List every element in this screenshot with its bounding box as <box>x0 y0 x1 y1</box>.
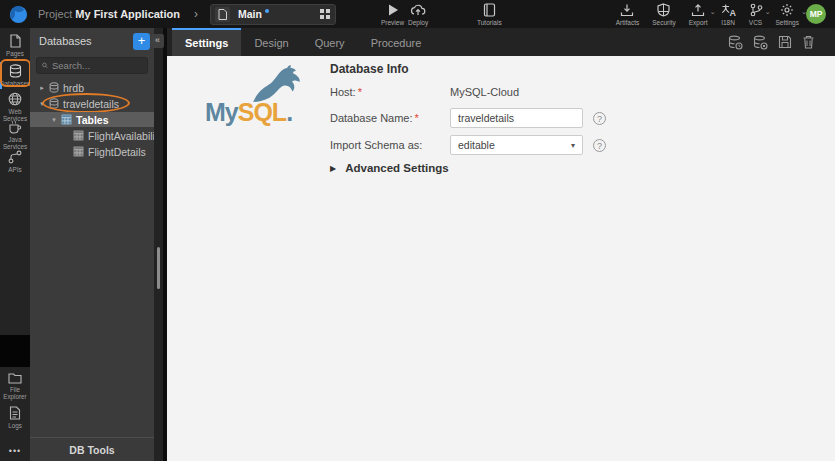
branch-icon <box>749 3 763 17</box>
expander-collapsed-icon[interactable]: ▸ <box>38 84 46 92</box>
mysql-logo: MySQL. <box>205 64 315 127</box>
breadcrumb-chevron-icon: › <box>194 7 198 21</box>
topbar-right-actions: Artifacts Security Export ⌄ A I18N VCS ⌄… <box>616 3 799 26</box>
expander-expanded-icon[interactable]: ▾ <box>38 100 46 108</box>
mysql-wordmark: MySQL. <box>205 98 315 127</box>
delete-icon[interactable] <box>802 35 815 49</box>
search-icon <box>42 61 48 70</box>
expand-arrow-icon: ▶ <box>330 164 336 173</box>
advanced-settings-label: Advanced Settings <box>345 162 449 174</box>
page-doc-icon <box>215 7 230 22</box>
database-info-form: Database Info Host:* MySQL-Cloud Databas… <box>330 62 630 76</box>
db-shell-icon[interactable] <box>753 35 768 50</box>
sidebar-dark-section <box>0 335 30 367</box>
import-schema-label: Import Schema as: <box>330 139 450 151</box>
security-button[interactable]: Security <box>652 3 675 26</box>
grid-view-icon[interactable] <box>319 8 331 20</box>
page-tab-label: Main <box>238 8 262 20</box>
log-file-icon <box>9 406 21 420</box>
table-icon <box>73 130 84 141</box>
db-tools-button[interactable]: DB Tools <box>30 437 154 461</box>
preview-button[interactable]: Preview <box>381 3 404 26</box>
table-icon <box>73 146 84 157</box>
db-sync-icon[interactable] <box>728 35 743 50</box>
tab-query[interactable]: Query <box>302 28 358 56</box>
settings-button[interactable]: Settings ⌄ <box>776 3 800 26</box>
coffee-icon <box>8 120 22 134</box>
tree-item-label: traveldetails <box>63 98 119 110</box>
panel-divider[interactable]: « <box>154 28 167 461</box>
import-schema-select[interactable]: editable ▾ <box>450 135 583 155</box>
gear-icon <box>780 3 794 17</box>
deploy-button[interactable]: Deploy <box>408 3 428 26</box>
tree-item-tables[interactable]: ▾ Tables <box>30 112 154 127</box>
tree-item-flightdetails[interactable]: FlightDetails <box>30 144 154 159</box>
help-icon[interactable]: ? <box>593 139 606 152</box>
search-box[interactable] <box>36 57 148 74</box>
tab-settings[interactable]: Settings <box>172 28 241 56</box>
search-input[interactable] <box>52 60 142 71</box>
translate-icon: A <box>721 3 736 17</box>
sidebar-item-file-explorer[interactable]: File Explorer <box>0 372 30 400</box>
help-icon[interactable]: ? <box>593 112 606 125</box>
tree-item-label: Tables <box>76 114 108 126</box>
book-icon <box>483 3 496 17</box>
sidebar-item-databases[interactable]: Databases <box>0 64 30 87</box>
required-marker: * <box>358 86 362 98</box>
artifacts-button[interactable]: Artifacts <box>616 3 639 26</box>
breadcrumb: Project My First Application <box>38 8 180 20</box>
add-database-button[interactable]: + <box>133 33 150 50</box>
folder-icon <box>8 372 22 384</box>
database-name-row: Database Name:* ? <box>330 108 606 128</box>
tables-icon <box>61 114 72 125</box>
panel-header: Databases + <box>30 28 154 54</box>
globe-icon <box>8 92 22 106</box>
i18n-button[interactable]: A I18N <box>721 3 736 26</box>
active-indicator <box>0 62 2 89</box>
export-button[interactable]: Export ⌄ <box>689 3 708 26</box>
expander-expanded-icon[interactable]: ▾ <box>50 116 58 124</box>
database-name-input[interactable] <box>450 108 583 128</box>
editor-tabbar: Settings Design Query Procedure <box>167 28 835 56</box>
shield-icon <box>657 3 670 17</box>
cloud-up-icon <box>410 3 426 17</box>
save-icon[interactable] <box>778 35 792 49</box>
select-caret-icon: ▾ <box>571 141 575 150</box>
export-caret-icon: ⌄ <box>710 8 716 16</box>
tree-item-flightavailability[interactable]: FlightAvailability <box>30 128 154 143</box>
database-icon <box>9 64 22 78</box>
project-label: Project <box>38 8 72 20</box>
vcs-button[interactable]: VCS ⌄ <box>749 3 763 26</box>
tab-design[interactable]: Design <box>241 28 301 56</box>
sidebar-more-button[interactable]: ••• <box>0 446 30 456</box>
database-icon <box>49 98 59 109</box>
form-heading: Database Info <box>330 62 630 76</box>
tree-item-traveldetails[interactable]: ▾ traveldetails <box>30 96 154 111</box>
tree-item-hrdb[interactable]: ▸ hrdb <box>30 80 154 95</box>
avatar[interactable]: MP <box>806 4 826 24</box>
sidebar-item-logs[interactable]: Logs <box>0 406 30 429</box>
resize-handle[interactable] <box>157 247 160 289</box>
host-row: Host:* MySQL-Cloud <box>330 86 519 98</box>
page-tab-main[interactable]: Main <box>210 4 336 25</box>
panel-title: Databases <box>39 35 92 47</box>
tree-item-label: hrdb <box>63 82 84 94</box>
advanced-settings-toggle[interactable]: ▶ Advanced Settings <box>330 162 449 174</box>
tab-procedure[interactable]: Procedure <box>358 28 435 56</box>
left-sidebar: Pages Databases Web Services Java Servic… <box>0 28 30 461</box>
sidebar-item-pages[interactable]: Pages <box>0 34 30 57</box>
host-value: MySQL-Cloud <box>450 86 519 98</box>
play-icon <box>386 3 400 17</box>
tutorials-button[interactable]: Tutorials <box>477 3 502 26</box>
tree-item-label: FlightAvailability <box>88 130 163 142</box>
sidebar-item-java-services[interactable]: Java Services <box>0 120 30 150</box>
api-nodes-icon <box>8 150 22 164</box>
sidebar-item-apis[interactable]: APIs <box>0 150 30 173</box>
topbar: Project My First Application › Main Prev… <box>0 0 835 28</box>
collapse-panel-button[interactable]: « <box>151 34 164 48</box>
database-name-label: Database Name:* <box>330 112 450 124</box>
app-logo-icon[interactable] <box>9 5 28 24</box>
project-name: My First Application <box>75 8 180 20</box>
sidebar-item-web-services[interactable]: Web Services <box>0 92 30 122</box>
database-tree: ▸ hrdb ▾ traveldetails ▾ Tables FlightAv… <box>30 80 154 159</box>
